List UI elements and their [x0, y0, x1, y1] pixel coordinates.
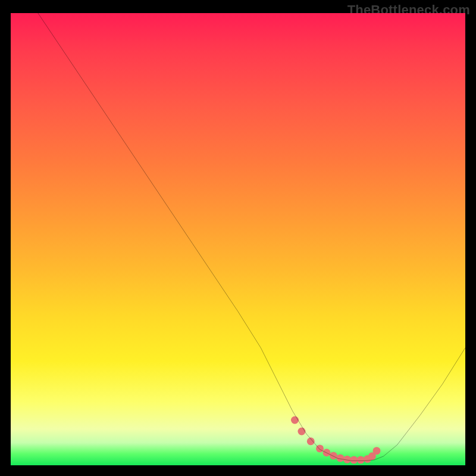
plot-area [11, 13, 465, 465]
highlight-dot [350, 456, 358, 464]
highlight-dot [316, 444, 324, 452]
highlight-dot [330, 452, 337, 460]
highlight-dot [307, 437, 315, 445]
highlight-dot [298, 428, 305, 436]
highlight-dot [336, 454, 344, 462]
curve-layer [11, 13, 465, 465]
highlight-dot [357, 456, 365, 464]
highlight-dot [291, 416, 299, 424]
highlight-dot [322, 449, 330, 456]
chart-stage: TheBottleneck.com [0, 0, 476, 476]
highlight-dots-group [291, 416, 381, 464]
highlight-dot [343, 456, 351, 464]
highlight-dot [373, 447, 381, 455]
main-curve [38, 13, 465, 461]
